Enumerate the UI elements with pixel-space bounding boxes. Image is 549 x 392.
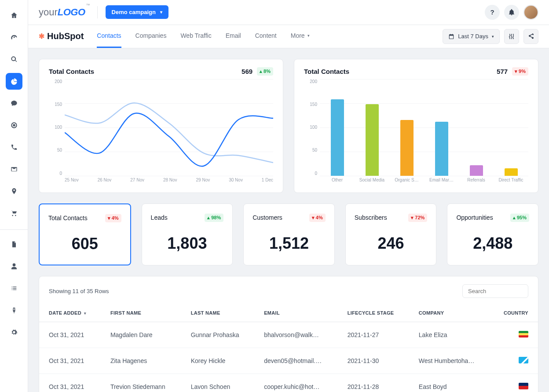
change-badge: ▾ 9% (512, 67, 528, 76)
sidebar (0, 0, 28, 392)
chat-icon (11, 100, 18, 107)
stats-row: Total Contacts▾ 4%605Leads▴ 98%1,803Cust… (39, 203, 538, 265)
sidebar-item-dashboard[interactable] (6, 29, 22, 46)
col-header[interactable]: EMAIL (254, 304, 337, 322)
change-badge: ▾ 72% (408, 214, 427, 222)
change-badge: ▴ 95% (510, 214, 529, 222)
bar (331, 99, 344, 176)
stat-value: 2,488 (456, 234, 529, 253)
sidebar-item-chat[interactable] (6, 95, 22, 112)
table-row[interactable]: Oct 31, 2021Trevion StiedemannLavon Scho… (39, 374, 538, 392)
stat-title: Subscribers (355, 214, 387, 221)
sidebar-item-mail[interactable] (6, 161, 22, 178)
search-icon (11, 56, 18, 63)
col-header[interactable]: DATE ADDED▾ (39, 304, 101, 322)
bell-icon (508, 9, 515, 16)
change-badge: ▾ 4% (105, 214, 121, 222)
sidebar-item-list[interactable] (6, 280, 22, 297)
sidebar-item-home[interactable] (6, 7, 22, 24)
bar (505, 168, 518, 176)
stat-title: Leads (151, 214, 168, 221)
pin-icon (11, 188, 18, 195)
sort-desc-icon: ▾ (84, 311, 86, 316)
table-row[interactable]: Oct 31, 2021Magdalen DareGunnar Prohaska… (39, 322, 538, 348)
card-title: Total Contacts (304, 68, 349, 75)
sidebar-item-phone[interactable] (6, 139, 22, 156)
card-value: 577 (497, 68, 508, 75)
table-row[interactable]: Oct 31, 2021Zita HagenesKorey Hickledeve… (39, 348, 538, 374)
date-filter[interactable]: Last 7 Days ▾ (443, 29, 500, 44)
phone-icon (11, 144, 18, 151)
tab-companies[interactable]: Companies (135, 25, 167, 48)
line-chart: 200150100500 25 Nov26 Nov27 Nov28 Nov29 … (49, 79, 273, 185)
chevron-down-icon: ▾ (307, 33, 310, 38)
tab-content[interactable]: Content (255, 25, 277, 48)
sidebar-item-user[interactable] (6, 258, 22, 275)
avatar[interactable] (523, 5, 538, 20)
target-icon (11, 122, 18, 129)
bar (435, 122, 448, 176)
col-header[interactable]: COUNTRY (490, 304, 538, 322)
stat-card-leads[interactable]: Leads▴ 98%1,803 (142, 203, 233, 265)
file-icon (11, 241, 18, 248)
chevron-down-icon: ▾ (160, 10, 162, 15)
logo: yourLOGO™ (39, 7, 89, 18)
contacts-table-card: Showing 11 of 35 Rows DATE ADDED▾FIRST N… (39, 276, 538, 392)
settings-filter-button[interactable] (504, 29, 519, 44)
notifications-button[interactable] (504, 5, 519, 20)
tab-web-traffic[interactable]: Web Traffic (180, 25, 211, 48)
col-header[interactable]: LAST NAME (181, 304, 254, 322)
help-button[interactable]: ? (485, 5, 500, 20)
bar (400, 120, 414, 176)
plug-icon (11, 307, 18, 314)
tab-contacts[interactable]: Contacts (97, 25, 121, 48)
chevron-down-icon: ▾ (492, 34, 494, 39)
tab-more[interactable]: More▾ (291, 25, 310, 48)
card-title: Total Contacts (49, 68, 94, 75)
sidebar-item-settings[interactable] (6, 324, 22, 341)
stat-card-total-contacts[interactable]: Total Contacts▾ 4%605 (39, 203, 131, 265)
sidebar-item-cart[interactable] (6, 205, 22, 221)
sidebar-item-analytics[interactable] (6, 73, 22, 90)
divider (97, 6, 98, 18)
col-header[interactable]: LIFECYCLE STAGE (338, 304, 409, 322)
stat-card-customers[interactable]: Customers▾ 4%1,512 (243, 203, 335, 265)
share-button[interactable] (523, 29, 538, 44)
bar (470, 165, 483, 176)
app-title: ✱ HubSpot (39, 31, 84, 41)
stat-title: Opportunities (456, 214, 493, 221)
card-value: 569 (242, 68, 253, 75)
country-flag-icon (519, 357, 528, 363)
stat-card-opportunities[interactable]: Opportunities▴ 95%2,488 (447, 203, 538, 265)
table-info: Showing 11 of 35 Rows (49, 288, 109, 294)
stat-card-subscribers[interactable]: Subscribers▾ 72%246 (345, 203, 437, 265)
calendar-icon (448, 33, 454, 40)
change-badge: ▴ 8% (257, 67, 273, 76)
stat-value: 246 (355, 234, 428, 253)
campaign-dropdown[interactable]: Demo campaign▾ (106, 5, 168, 19)
country-flag-icon (519, 383, 528, 389)
bar-chart: 200150100500 OtherSocial MediaOrganic S…… (304, 79, 528, 185)
hubspot-icon: ✱ (39, 32, 44, 40)
sidebar-item-location[interactable] (6, 183, 22, 200)
search-input[interactable] (462, 284, 528, 298)
stat-value: 1,803 (151, 234, 224, 253)
sidebar-item-search[interactable] (6, 51, 22, 68)
sidebar-item-plug[interactable] (6, 302, 22, 319)
list-icon (11, 285, 18, 292)
bar (366, 104, 379, 176)
sidebar-item-target[interactable] (6, 117, 22, 134)
share-icon (527, 33, 534, 40)
pie-chart-icon (11, 78, 18, 85)
col-header[interactable]: FIRST NAME (101, 304, 181, 322)
stat-value: 605 (48, 235, 121, 253)
line-chart-card: Total Contacts 569 ▴ 8% 200150100500 25 … (39, 59, 283, 193)
sidebar-item-file[interactable] (6, 236, 22, 253)
change-badge: ▾ 4% (309, 214, 326, 222)
tab-email[interactable]: Email (226, 25, 241, 48)
gear-icon (11, 329, 18, 336)
stat-title: Total Contacts (48, 214, 88, 221)
change-badge: ▴ 98% (205, 214, 223, 222)
col-header[interactable]: COMPANY (409, 304, 490, 322)
sliders-icon (508, 33, 515, 40)
